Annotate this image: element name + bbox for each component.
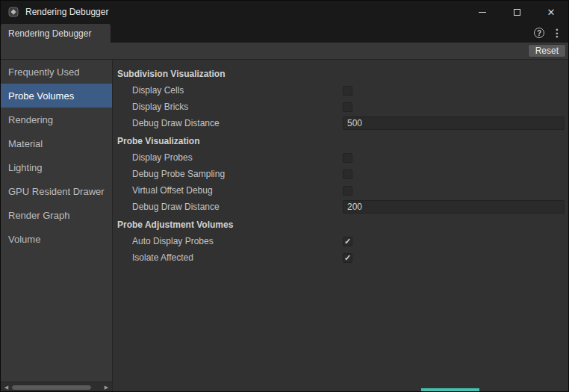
sidebar-item-probe-volumes[interactable]: Probe Volumes: [1, 84, 112, 108]
virtual-offset-debug-checkbox[interactable]: [343, 186, 352, 196]
tab-rendering-debugger[interactable]: Rendering Debugger: [1, 24, 111, 43]
rendering-debugger-window: Rendering Debugger ✕ Rendering Debugger …: [0, 0, 569, 392]
kebab-menu-icon[interactable]: ⋮: [552, 28, 562, 38]
scroll-right-arrow-icon[interactable]: ▶: [102, 385, 111, 391]
sidebar-item-lighting[interactable]: Lighting: [1, 155, 112, 179]
help-icon[interactable]: ?: [534, 28, 544, 38]
row-isolate-affected: Isolate Affected: [113, 249, 568, 266]
field-label: Debug Probe Sampling: [132, 169, 343, 179]
row-probe-debug-draw-distance: Debug Draw Distance: [113, 199, 568, 215]
settings-panel: Subdivision Visualization Display Cells …: [113, 60, 568, 392]
field-label: Isolate Affected: [132, 252, 343, 263]
close-icon: ✕: [547, 7, 556, 17]
sidebar-item-label: Material: [8, 138, 43, 149]
sidebar: Frequently Used Probe Volumes Rendering …: [1, 60, 113, 392]
field-label: Debug Draw Distance: [132, 118, 343, 128]
tab-label: Rendering Debugger: [8, 28, 91, 39]
auto-display-probes-checkbox[interactable]: [343, 237, 352, 246]
section-subdivision-visualization: Subdivision Visualization Display Cells …: [113, 66, 568, 131]
scroll-left-arrow-icon[interactable]: ◀: [2, 385, 10, 391]
isolate-affected-checkbox[interactable]: [343, 253, 352, 263]
row-display-bricks: Display Bricks: [113, 99, 568, 115]
debug-probe-sampling-checkbox[interactable]: [343, 169, 352, 179]
field-label: Display Bricks: [132, 102, 343, 112]
sidebar-item-label: Lighting: [8, 162, 43, 173]
minimize-icon: [479, 12, 486, 13]
sidebar-item-material[interactable]: Material: [1, 131, 112, 155]
window-title: Rendering Debugger: [25, 7, 108, 17]
maximize-icon: [514, 9, 520, 16]
field-label: Display Cells: [132, 85, 343, 96]
main-area: Frequently Used Probe Volumes Rendering …: [1, 60, 568, 392]
maximize-button[interactable]: [500, 1, 534, 23]
sidebar-item-label: Frequently Used: [8, 66, 79, 78]
sidebar-horizontal-scrollbar[interactable]: ◀ ▶: [1, 382, 112, 392]
section-probe-visualization: Probe Visualization Display Probes Debug…: [113, 133, 568, 215]
minimize-button[interactable]: [465, 1, 500, 23]
section-title: Probe Adjustment Volumes: [113, 217, 568, 233]
probe-debug-draw-distance-input[interactable]: [343, 200, 565, 214]
field-label: Debug Draw Distance: [132, 202, 343, 212]
bottom-accent: [421, 388, 479, 391]
titlebar: Rendering Debugger ✕: [1, 1, 568, 23]
display-probes-checkbox[interactable]: [343, 153, 352, 163]
section-title: Subdivision Visualization: [113, 66, 568, 82]
row-display-probes: Display Probes: [113, 149, 568, 166]
toolbar: Reset: [1, 43, 568, 60]
app-icon: [7, 6, 19, 18]
display-cells-checkbox[interactable]: [343, 86, 352, 96]
field-label: Display Probes: [132, 152, 343, 163]
sidebar-item-frequently-used[interactable]: Frequently Used: [1, 60, 112, 84]
sidebar-item-rendering[interactable]: Rendering: [1, 108, 112, 131]
tab-strip-actions: ? ⋮: [534, 23, 568, 43]
sidebar-item-render-graph[interactable]: Render Graph: [1, 203, 112, 227]
sidebar-item-label: GPU Resident Drawer: [8, 186, 105, 197]
field-label: Virtual Offset Debug: [132, 185, 343, 196]
sidebar-item-label: Probe Volumes: [8, 90, 74, 102]
sidebar-item-volume[interactable]: Volume: [1, 227, 112, 251]
display-bricks-checkbox[interactable]: [343, 102, 352, 112]
scrollbar-thumb[interactable]: [11, 385, 92, 391]
section-title: Probe Visualization: [113, 133, 568, 149]
section-probe-adjustment-volumes: Probe Adjustment Volumes Auto Display Pr…: [113, 217, 568, 266]
row-subdivision-debug-draw-distance: Debug Draw Distance: [113, 115, 568, 131]
sidebar-items: Frequently Used Probe Volumes Rendering …: [1, 60, 112, 382]
row-auto-display-probes: Auto Display Probes: [113, 233, 568, 249]
window-controls: ✕: [465, 1, 568, 23]
sidebar-item-label: Rendering: [8, 114, 53, 125]
field-label: Auto Display Probes: [132, 236, 343, 246]
sidebar-item-label: Render Graph: [8, 210, 69, 221]
sidebar-item-gpu-resident-drawer[interactable]: GPU Resident Drawer: [1, 179, 112, 203]
row-display-cells: Display Cells: [113, 82, 568, 99]
row-virtual-offset-debug: Virtual Offset Debug: [113, 182, 568, 199]
close-button[interactable]: ✕: [534, 1, 568, 23]
reset-button[interactable]: Reset: [528, 44, 566, 57]
tab-strip: Rendering Debugger ? ⋮: [1, 23, 568, 43]
sidebar-item-label: Volume: [8, 234, 40, 245]
subdivision-debug-draw-distance-input[interactable]: [343, 116, 565, 130]
row-debug-probe-sampling: Debug Probe Sampling: [113, 166, 568, 182]
scrollbar-track[interactable]: [10, 384, 102, 391]
